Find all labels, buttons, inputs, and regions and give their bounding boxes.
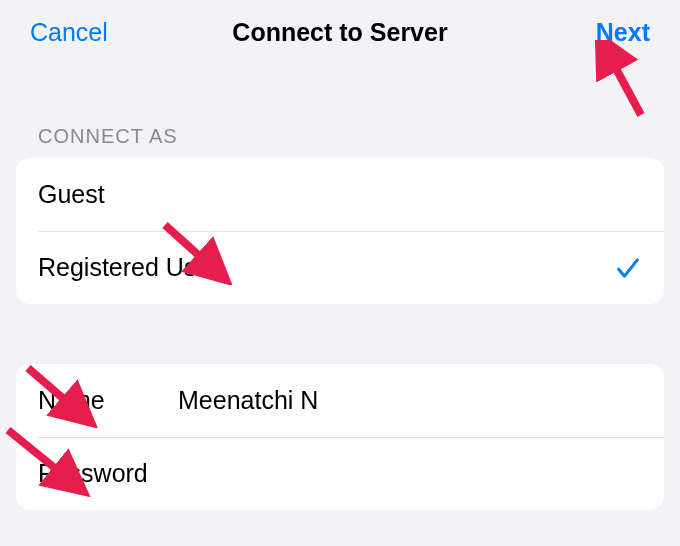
checkmark-icon <box>614 254 642 282</box>
credentials-group: Name Password <box>16 364 664 510</box>
option-guest[interactable]: Guest <box>16 158 664 231</box>
option-registered-user[interactable]: Registered User <box>16 231 664 304</box>
password-label: Password <box>38 459 178 488</box>
connect-as-header: CONNECT AS <box>16 65 664 158</box>
navbar: Cancel Connect to Server Next <box>0 0 680 65</box>
password-row[interactable]: Password <box>16 437 664 510</box>
password-field[interactable] <box>178 459 642 488</box>
option-guest-label: Guest <box>38 180 105 209</box>
name-row[interactable]: Name <box>16 364 664 437</box>
content: CONNECT AS Guest Registered User Name Pa… <box>0 65 680 510</box>
option-registered-label: Registered User <box>38 253 219 282</box>
name-label: Name <box>38 386 178 415</box>
page-title: Connect to Server <box>130 18 550 47</box>
name-field[interactable] <box>178 386 642 415</box>
connect-as-group: Guest Registered User <box>16 158 664 304</box>
next-button[interactable]: Next <box>550 18 650 47</box>
cancel-button[interactable]: Cancel <box>30 18 130 47</box>
